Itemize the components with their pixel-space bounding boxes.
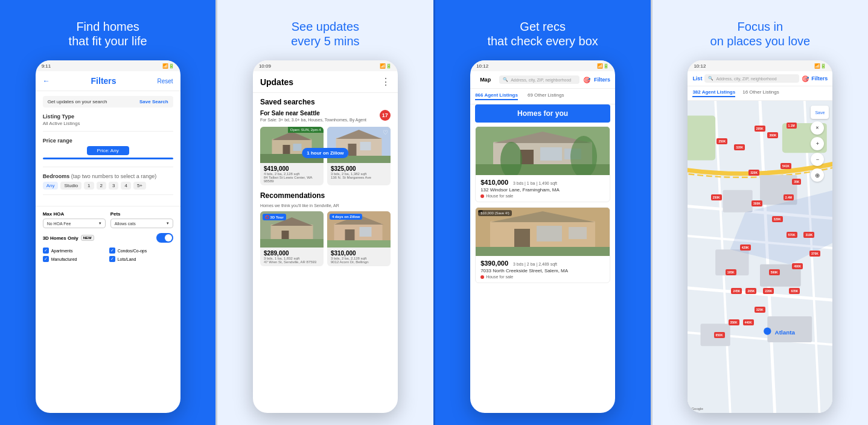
price-pin-245k[interactable]: 245K [731, 288, 742, 294]
svg-rect-36 [537, 226, 562, 241]
price-pin-358k[interactable]: 358K [729, 319, 739, 325]
price-pin-541k[interactable]: 541K [780, 163, 791, 169]
price-pin-265k[interactable]: 265K [745, 288, 756, 294]
price-pin-329k[interactable]: 329K [772, 216, 783, 222]
bed-studio[interactable]: Studio [60, 182, 81, 190]
svg-rect-22 [327, 240, 391, 248]
save-map-button[interactable]: Save [811, 106, 829, 119]
clear-map-button[interactable]: ✕ [811, 121, 824, 135]
other-listings-tab[interactable]: 69 Other Listings [528, 92, 564, 100]
bed-1[interactable]: 1 [84, 182, 94, 190]
apartments-checkbox[interactable]: ✓ Apartments [43, 248, 107, 254]
panel-2-subtitle: every 5 mins [291, 34, 359, 48]
checkbox-icon: ✓ [43, 256, 49, 262]
price-pin-490k[interactable]: 490K [792, 263, 803, 269]
property-specs-2: 3 bds | 2 ba | 2,489 sqft [513, 262, 557, 266]
agent-listings-tab[interactable]: 866 Agent Listings [475, 92, 518, 100]
reset-button[interactable]: Reset [157, 78, 173, 85]
map-screen: List 🔍 Address, city, ZIP, neighborhood … [688, 71, 832, 413]
property-card-1[interactable]: $410,000 3 bds | 1 ba | 1,490 sqft 132 W… [475, 126, 610, 202]
zoom-in-button[interactable]: + [811, 137, 824, 150]
rec-listing-card-2[interactable]: 4 days on Zillow $310,000 [327, 211, 391, 266]
rec-listing-price-2: $310,000 [331, 250, 387, 257]
property-card-2[interactable]: $10,000 (Save 4!) $390,000 3 bds | 2 ba … [475, 207, 610, 283]
updates-header: Updates ⋮ [253, 71, 398, 93]
bottom-filters: Max HOA No HOA Fee ▾ Pets Allows cats ▾ [36, 206, 180, 267]
price-pin-300k[interactable]: 300K [752, 200, 762, 206]
rec-listing-address-2: 9012 Acorn Dr, Bellingn [331, 260, 387, 264]
map-agent-listings-tab[interactable]: 382 Agent Listings [692, 89, 735, 97]
price-pin-440k[interactable]: 440K [743, 319, 754, 325]
panel-updates: See updates every 5 mins 10:09 📶🔋 Update… [215, 0, 433, 425]
price-slider[interactable] [43, 158, 173, 159]
price-pin-370k[interactable]: 370K [809, 251, 820, 257]
heart-icon[interactable]: ♡ [383, 129, 388, 136]
price-pin-195k[interactable]: 195K [726, 269, 736, 275]
price-button[interactable]: Price: Any [87, 146, 129, 155]
rec-listings-grid: ⭕ 3D Tour $289,000 3 bds, 1 ba, [260, 211, 391, 266]
pets-item: Pets Allows cats ▾ [110, 211, 173, 228]
manufactured-checkbox[interactable]: ✓ Manufactured [43, 256, 107, 262]
price-pin-429k[interactable]: 429K [740, 244, 751, 251]
price-pin-635k[interactable]: 635K [789, 288, 800, 294]
saved-search-item[interactable]: For Sale near Seattle For Sale: 3+ bd, 3… [260, 110, 391, 122]
map-bar: Map 🔍 Address, city, ZIP, neighborhood 🎯… [470, 71, 615, 89]
list-button[interactable]: List [692, 75, 702, 81]
map-bar-2: List 🔍 Address, city, ZIP, neighborhood … [688, 71, 832, 86]
price-pin-295k[interactable]: 295K [755, 126, 765, 132]
filters-button-2[interactable]: Filters [811, 75, 828, 81]
price-pin-24m[interactable]: 2.4M [783, 194, 794, 200]
price-pin-570k[interactable]: 570K [787, 232, 797, 238]
svg-rect-27 [540, 147, 562, 161]
map-button[interactable]: Map [475, 75, 496, 85]
bed-2[interactable]: 2 [97, 182, 106, 190]
map-view[interactable]: Atlanta 295K 250K 1.1M 360K 328K 320K 54… [688, 101, 832, 413]
save-search-bar: Get updates on your search Save Search [43, 96, 173, 107]
map-other-listings-tab[interactable]: 16 Other Listings [742, 89, 779, 97]
listing-type-section: Listing Type All Active Listings [43, 113, 173, 132]
svg-rect-16 [260, 239, 324, 248]
price-pin-250k-2[interactable]: 250K [711, 194, 722, 200]
filters-title: Filters [91, 76, 116, 86]
bed-5plus[interactable]: 5+ [133, 182, 146, 190]
bed-4[interactable]: 4 [121, 182, 130, 190]
condos-checkbox[interactable]: ✓ Condos/Co-ops [109, 248, 173, 254]
zoom-out-button[interactable]: − [811, 153, 824, 166]
price-pin-650k[interactable]: 650K [714, 332, 725, 338]
hoa-pets-row: Max HOA No HOA Fee ▾ Pets Allows cats ▾ [43, 211, 173, 228]
hoa-select[interactable]: No HOA Fee ▾ [43, 219, 106, 228]
updates-menu-icon[interactable]: ⋮ [381, 76, 391, 88]
price-pin-226k[interactable]: 226K [763, 288, 774, 294]
filters-button[interactable]: Filters [594, 77, 610, 83]
price-pin-328k[interactable]: 328K [734, 144, 745, 150]
address-search-bar-2[interactable]: 🔍 Address, city, ZIP, neighborhood [704, 74, 799, 83]
days-on-zillow-badge: 4 days on Zillow [330, 214, 362, 220]
lots-checkbox[interactable]: ✓ Lots/Land [109, 256, 173, 262]
location-icon: 🎯 [583, 77, 590, 83]
3d-homes-toggle[interactable] [156, 233, 173, 243]
pets-select[interactable]: Allows cats ▾ [110, 219, 173, 228]
map-controls: Save ✕ + − ⊕ [811, 106, 829, 182]
globe-button[interactable]: ⊕ [811, 168, 824, 182]
panel-1-main-title: Find homes [69, 19, 147, 34]
price-pin-599k[interactable]: 599K [769, 269, 780, 275]
filters-body: Get updates on your search Save Search L… [36, 91, 180, 206]
updates-body: Saved searches For Sale near Seattle For… [253, 93, 398, 413]
price-pin-320k[interactable]: 320K [748, 170, 759, 176]
price-pin-35k[interactable]: 35K [792, 179, 801, 185]
price-pin-325k[interactable]: 325K [755, 307, 765, 313]
save-search-button[interactable]: Save Search [139, 99, 168, 104]
price-pin-250k[interactable]: 250K [716, 138, 727, 144]
price-pin-11m[interactable]: 1.1M [787, 123, 797, 129]
price-pin-360k[interactable]: 360K [767, 132, 778, 138]
panel-4-title: Focus in on places you love [710, 19, 811, 48]
bed-3[interactable]: 3 [109, 182, 118, 190]
address-search-bar[interactable]: 🔍 Address, city, ZIP, neighborhood [499, 75, 579, 84]
back-button[interactable]: ← [43, 77, 50, 85]
rec-listing-info-2: $310,000 3 bds, 2 ba, 2,128 sqft 9012 Ac… [327, 248, 391, 266]
price-pin-319k[interactable]: 319K [803, 232, 814, 238]
rec-listing-card-1[interactable]: ⭕ 3D Tour $289,000 3 bds, 1 ba, [260, 211, 324, 266]
panel-2-title: See updates every 5 mins [291, 19, 359, 48]
search-icon-2: 🔍 [708, 76, 713, 81]
bed-any[interactable]: Any [43, 182, 59, 190]
